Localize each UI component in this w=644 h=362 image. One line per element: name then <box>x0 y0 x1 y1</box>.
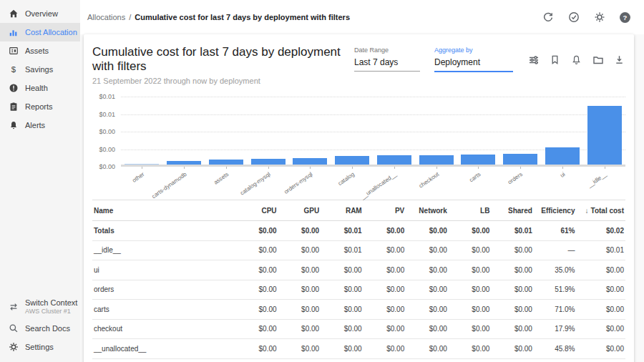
row-value: $0.00 <box>577 325 626 333</box>
cost-table: NameCPUGPURAMPVNetworkLBSharedEfficiency… <box>92 200 625 362</box>
row-value: $0.00 <box>406 227 449 235</box>
sidebar-item-label: Assets <box>25 47 49 55</box>
bar-carts-dynamodb[interactable] <box>167 161 201 165</box>
aggregate-select[interactable]: Deployment <box>434 56 513 72</box>
row-value: $0.00 <box>449 305 492 313</box>
plot-area <box>121 97 625 167</box>
bell-icon[interactable] <box>570 54 582 66</box>
svg-text:$: $ <box>11 65 16 74</box>
table-row-unallocated[interactable]: __unallocated__$0.00$0.00$0.00$0.00$0.00… <box>92 339 625 359</box>
row-value: $0.00 <box>235 266 278 274</box>
table-row-orders[interactable]: orders$0.00$0.00$0.00$0.00$0.00$0.00$0.0… <box>92 280 625 300</box>
sidebar-item-assets[interactable]: Assets <box>0 41 80 60</box>
row-value: 71.0% <box>534 305 577 313</box>
x-tick <box>142 167 142 169</box>
table-row-ui[interactable]: ui$0.00$0.00$0.00$0.00$0.00$0.00$0.0035.… <box>92 260 625 280</box>
bar-__unallocated__[interactable] <box>377 155 411 165</box>
row-value: $0.00 <box>491 266 534 274</box>
sidebar-item-switch-context[interactable]: Switch Context AWS Cluster #1 <box>0 294 80 319</box>
filters-tune-icon[interactable] <box>527 54 540 66</box>
x-tick <box>605 167 605 169</box>
row-value: $0.00 <box>577 305 626 313</box>
breadcrumb-current: Cumulative cost for last 7 days by deplo… <box>135 13 350 21</box>
row-value: $0.00 <box>364 305 406 313</box>
sidebar-item-alerts[interactable]: Alerts <box>0 116 80 134</box>
sidebar-item-search-docs[interactable]: Search Docs <box>0 319 80 338</box>
sidebar-item-cost-allocation[interactable]: Cost Allocation <box>0 23 80 41</box>
settings-label: Settings <box>25 343 54 351</box>
bars-row <box>121 97 625 165</box>
sidebar-item-reports[interactable]: Reports <box>0 97 80 116</box>
row-value: $0.00 <box>278 227 321 235</box>
row-value: $0.00 <box>321 325 364 333</box>
sidebar: OverviewCost AllocationAssets$SavingsHea… <box>0 0 80 362</box>
download-icon[interactable] <box>613 54 625 66</box>
row-value: $0.00 <box>235 285 278 293</box>
bar-carts[interactable] <box>461 155 495 165</box>
sidebar-bottom: Switch Context AWS Cluster #1 Search Doc… <box>0 294 80 356</box>
x-tick <box>310 167 311 169</box>
bookmark-icon[interactable] <box>549 54 561 66</box>
column-header-cpu[interactable]: CPU <box>235 207 278 215</box>
column-header-name[interactable]: Name <box>92 207 235 215</box>
sidebar-item-health[interactable]: Health <box>0 79 80 97</box>
x-axis-label: other <box>131 171 145 184</box>
y-tick-label: $0.00 <box>99 128 115 135</box>
breadcrumb-separator: / <box>129 13 131 21</box>
column-header-network[interactable]: Network <box>406 207 449 215</box>
row-value: $0.00 <box>278 285 321 293</box>
row-name: Totals <box>92 227 235 235</box>
column-header-lb[interactable]: LB <box>449 207 492 215</box>
bar-orders-mysql[interactable] <box>293 158 327 165</box>
table-row-checkout[interactable]: checkout$0.00$0.00$0.00$0.00$0.00$0.00$0… <box>92 320 625 340</box>
check-circle-icon[interactable] <box>567 11 580 24</box>
home-icon <box>9 9 19 19</box>
bar-__idle__[interactable] <box>587 106 622 165</box>
search-icon <box>9 323 19 333</box>
table-row-totals[interactable]: Totals$0.00$0.00$0.01$0.00$0.00$0.00$0.0… <box>92 221 625 241</box>
breadcrumb-allocations-link[interactable]: Allocations <box>87 13 125 21</box>
row-value: $0.00 <box>577 345 626 353</box>
row-value: $0.00 <box>278 266 321 274</box>
column-header-gpu[interactable]: GPU <box>278 207 321 215</box>
help-icon[interactable]: ? <box>619 11 631 24</box>
app-window: OverviewCost AllocationAssets$SavingsHea… <box>0 0 644 362</box>
column-header-pv[interactable]: PV <box>364 207 406 215</box>
row-value: 51.9% <box>534 285 577 293</box>
row-name: carts <box>92 305 235 313</box>
sidebar-item-savings[interactable]: $Savings <box>0 60 80 79</box>
control-icons <box>527 47 625 66</box>
sidebar-item-settings[interactable]: Settings <box>0 338 80 356</box>
folder-icon[interactable] <box>592 54 604 66</box>
sidebar-item-label: Health <box>25 84 48 92</box>
bar-other[interactable] <box>125 164 159 165</box>
y-tick-label: $0.01 <box>99 111 115 118</box>
bar-catalog[interactable] <box>335 156 369 165</box>
bar-catalog-mysql[interactable] <box>251 159 286 165</box>
sidebar-item-overview[interactable]: Overview <box>0 4 80 23</box>
switch-context-label: Switch Context <box>25 298 77 307</box>
row-value: $0.00 <box>321 305 364 313</box>
column-header-ram[interactable]: RAM <box>321 207 364 215</box>
top-bar: Allocations / Cumulative cost for last 7… <box>80 0 644 34</box>
x-tick <box>562 167 563 169</box>
table-row-catalog[interactable]: catalog$0.00$0.00$0.00$0.00$0.00$0.00$0.… <box>92 359 625 362</box>
switch-context-icon <box>9 302 19 312</box>
svg-text:?: ? <box>623 13 628 21</box>
y-tick-label: $0.00 <box>99 146 115 153</box>
x-axis-label: assets <box>213 171 230 186</box>
row-value: $0.00 <box>364 345 406 353</box>
bar-orders[interactable] <box>503 154 537 165</box>
table-row-carts[interactable]: carts$0.00$0.00$0.00$0.00$0.00$0.00$0.00… <box>92 300 625 320</box>
table-row-idle[interactable]: __idle__$0.00$0.00$0.01$0.00$0.00$0.00$0… <box>92 241 625 261</box>
bar-checkout[interactable] <box>419 155 454 165</box>
column-header-shared[interactable]: Shared <box>491 207 534 215</box>
column-header-total-cost[interactable]: ↓Total cost <box>577 207 626 215</box>
refresh-icon[interactable] <box>542 11 554 24</box>
settings-gear-icon[interactable] <box>593 11 605 24</box>
bar-assets[interactable] <box>209 160 243 165</box>
column-header-efficiency[interactable]: Efficiency <box>534 207 577 215</box>
date-range-select[interactable]: Last 7 days <box>354 56 420 72</box>
row-value: $0.00 <box>364 227 406 235</box>
bar-ui[interactable] <box>545 147 580 165</box>
